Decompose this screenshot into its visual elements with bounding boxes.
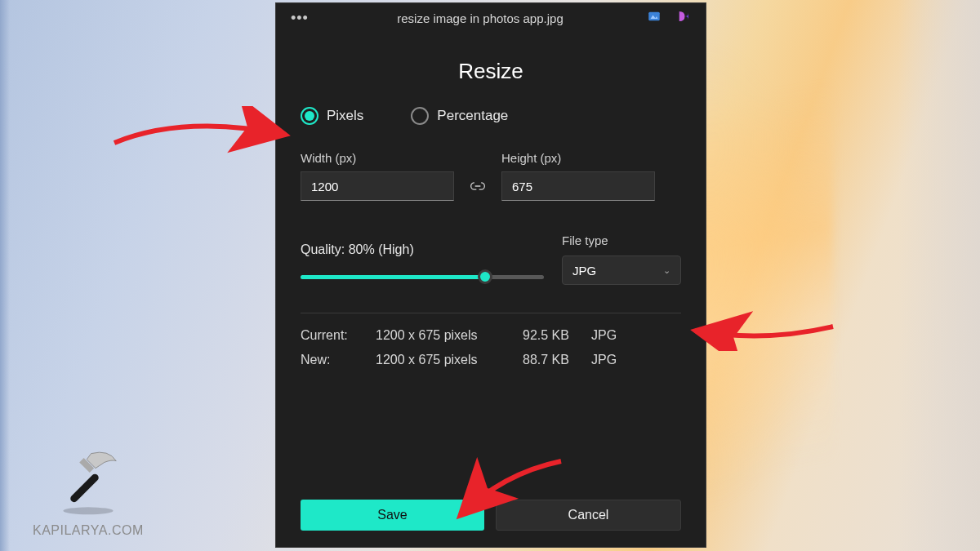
height-input[interactable]: [501, 171, 655, 201]
save-button[interactable]: Save: [301, 500, 484, 531]
width-input[interactable]: [301, 171, 454, 201]
size-info-grid: Current: 980 x 551 pixels 92.5 KB JPG N…: [301, 328, 681, 367]
unit-radio-group: Pixels Percentage: [301, 107, 681, 125]
info-label: Current:: [301, 328, 376, 343]
height-field: Height (px): [501, 151, 655, 201]
annotation-arrow: [110, 106, 294, 163]
radio-label: Percentage: [437, 108, 508, 124]
aspect-lock-button[interactable]: [466, 174, 490, 198]
info-value: 88.7 KB: [523, 353, 591, 367]
filetype-value: JPG: [572, 264, 596, 278]
titlebar: ••• resize image in photos app.jpg: [276, 3, 706, 33]
info-value: 980 x 551 pixels: [376, 328, 523, 343]
photos-app-icon[interactable]: [647, 9, 662, 27]
document-title: resize image in photos app.jpg: [314, 11, 647, 25]
svg-rect-3: [69, 473, 100, 504]
resize-dialog: ••• resize image in photos app.jpg Resiz…: [275, 2, 706, 548]
info-value: 92.5 KB: [523, 328, 591, 343]
watermark: KAPILARYA.COM: [33, 443, 144, 538]
hammer-icon: [51, 443, 125, 517]
width-label: Width (px): [301, 151, 454, 165]
info-value: JPG: [591, 328, 640, 343]
chevron-down-icon: ⌄: [663, 265, 670, 276]
radio-pixels[interactable]: Pixels: [301, 107, 363, 125]
filetype-select[interactable]: JPG ⌄: [562, 256, 681, 285]
svg-rect-0: [648, 12, 660, 21]
designer-app-icon[interactable]: [676, 9, 691, 27]
slider-thumb[interactable]: [478, 269, 492, 284]
quality-slider[interactable]: [301, 269, 544, 285]
svg-point-2: [63, 507, 113, 514]
radio-percentage[interactable]: Percentage: [411, 107, 508, 125]
info-label: New:: [301, 353, 376, 367]
info-value: 980 x 551 pixels: [376, 353, 523, 367]
divider: [301, 313, 681, 313]
width-field: Width (px): [301, 151, 454, 201]
radio-indicator: [301, 107, 318, 125]
height-label: Height (px): [501, 151, 655, 165]
watermark-text: KAPILARYA.COM: [33, 523, 144, 538]
more-options-button[interactable]: •••: [291, 10, 314, 27]
dialog-heading: Resize: [276, 59, 706, 84]
quality-label: Quality: 80% (High): [301, 242, 544, 257]
radio-label: Pixels: [327, 108, 363, 124]
cancel-button[interactable]: Cancel: [496, 500, 681, 531]
filetype-label: File type: [562, 233, 681, 247]
titlebar-right: [647, 9, 694, 27]
info-value: JPG: [591, 353, 640, 367]
radio-indicator: [411, 107, 429, 125]
